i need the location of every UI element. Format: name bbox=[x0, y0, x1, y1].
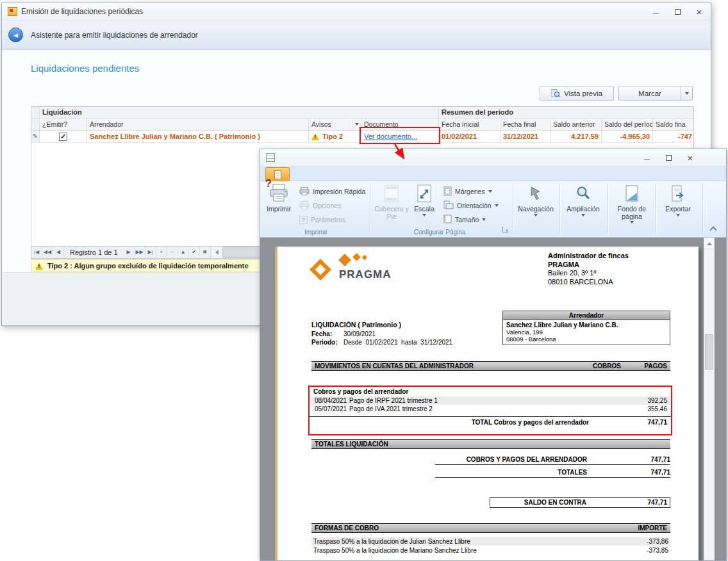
wizard-header: ◀ Asistente para emitir liquidaciones de… bbox=[2, 20, 711, 50]
col-header-fecha-final[interactable]: Fecha final bbox=[500, 118, 550, 130]
back-button[interactable]: ◀ bbox=[8, 28, 23, 42]
collapse-ribbon-button[interactable] bbox=[711, 224, 716, 235]
forma-cobro-row: Traspaso 50% a la liquidación de Julian … bbox=[311, 537, 670, 546]
company-addr2: 08010 BARCELONA bbox=[548, 278, 689, 287]
chevron-down-icon bbox=[534, 214, 538, 216]
marcar-dropdown-arrow[interactable] bbox=[681, 86, 692, 100]
pragma-logo: PRAGMA bbox=[310, 254, 426, 290]
nav-cancel-button[interactable]: ✖ bbox=[200, 247, 211, 258]
scroll-left-arrow-icon[interactable] bbox=[211, 247, 222, 258]
exportar-button[interactable]: Exportar bbox=[659, 182, 697, 228]
imprimir-button[interactable]: ? Imprimir bbox=[263, 182, 294, 228]
nav-next-button[interactable]: ▶ bbox=[124, 247, 135, 258]
minimize-button[interactable] bbox=[650, 7, 661, 17]
preview-minimize-button[interactable] bbox=[641, 153, 652, 163]
cobros-section-title: Cobros y pagos del arrendador bbox=[310, 387, 671, 396]
orientacion-button[interactable]: Orientación bbox=[442, 199, 508, 212]
nav-last-button[interactable]: ▶| bbox=[145, 247, 156, 258]
nav-delete-button[interactable]: − bbox=[167, 247, 178, 258]
group-header-liquidacion: Liquidación bbox=[40, 107, 439, 118]
nav-append-button[interactable]: + bbox=[156, 247, 167, 258]
navegacion-button[interactable]: Navegación bbox=[516, 182, 556, 228]
cell-avisos: ! Tipo 2 bbox=[309, 131, 361, 142]
group-caption-configurar: Configurar Página bbox=[370, 229, 509, 236]
emitir-checkbox[interactable]: ✓ bbox=[59, 133, 67, 141]
grid-group-header-row: Liquidación Resumen del período bbox=[31, 107, 693, 118]
nav-prev-button[interactable]: ◀ bbox=[53, 247, 64, 258]
arrendador-name: Sanchez Llibre Julian y Mariano C.B. bbox=[506, 321, 666, 329]
nav-next-page-button[interactable]: ▶▶ bbox=[135, 247, 145, 258]
main-window-title: Emisión de liquidaciones periódicas bbox=[21, 7, 143, 16]
report-icon bbox=[266, 153, 275, 162]
main-titlebar[interactable]: Emisión de liquidaciones periódicas × bbox=[2, 3, 711, 20]
vertical-scrollbar-thumb[interactable] bbox=[705, 334, 713, 370]
scroll-up-arrow-icon[interactable] bbox=[704, 238, 714, 249]
close-button[interactable]: × bbox=[693, 7, 705, 17]
ribbon-tab-row bbox=[260, 167, 726, 181]
arrendador-box: Arrendador Sanchez Llibre Julian y Maria… bbox=[502, 311, 670, 345]
nav-post-button[interactable]: ✔ bbox=[189, 247, 200, 258]
fondo-pagina-button[interactable]: Fondo de página bbox=[611, 182, 652, 228]
escala-button[interactable]: Escala bbox=[410, 182, 438, 228]
cabecera-pie-button[interactable]: Cabecera y Pie bbox=[374, 182, 409, 228]
record-counter: Registro 1 de 1 bbox=[64, 248, 124, 256]
col-header-emitir[interactable]: ¿Emitir? bbox=[40, 118, 87, 130]
movimiento-row: 08/04/2021 Pago de IRPF 2021 trimestre 1… bbox=[310, 396, 671, 405]
quick-print-icon bbox=[299, 187, 310, 197]
cell-saldo-anterior: 4.217,59 bbox=[550, 131, 602, 142]
marcar-button[interactable]: Marcar bbox=[618, 86, 693, 101]
col-header-arrendador[interactable]: Arrendador bbox=[87, 118, 309, 130]
totales-row: TOTALES 747,71 bbox=[435, 468, 670, 478]
export-icon bbox=[671, 183, 685, 204]
doc-title: LIQUIDACIÓN ( Patrimonio ) bbox=[311, 321, 401, 329]
col-header-fecha-inicial[interactable]: Fecha inicial bbox=[439, 118, 500, 130]
parametros-button[interactable]: ? Parámetros bbox=[297, 213, 369, 226]
ampliacion-button[interactable]: Ampliación bbox=[563, 182, 603, 228]
parameters-icon: ? bbox=[299, 216, 308, 224]
cell-saldo-periodo: -4.965,30 bbox=[602, 131, 653, 142]
maximize-button[interactable] bbox=[672, 7, 683, 17]
navigation-icon bbox=[528, 183, 543, 204]
company-line1: Administrador de fincas bbox=[548, 252, 689, 261]
doc-periodo-row: Periodo: Desde 01/02/2021 hasta 31/12/20… bbox=[311, 339, 452, 346]
warning-text: Tipo 2 : Algun grupo excluído de liquida… bbox=[47, 262, 249, 270]
col-header-avisos[interactable]: Avisos bbox=[309, 118, 361, 130]
dialog-launcher-icon[interactable] bbox=[502, 224, 508, 235]
chevron-up-icon bbox=[709, 226, 716, 233]
company-block: Administrador de fincas PRAGMA Bailen 20… bbox=[548, 252, 689, 286]
zoom-icon bbox=[575, 183, 591, 204]
total-cobros-row: TOTAL Cobros y pagos del arrendador 747,… bbox=[310, 416, 671, 427]
col-header-saldo-periodo[interactable]: Saldo del período bbox=[602, 118, 653, 130]
nav-edit-button[interactable]: ▲ bbox=[178, 247, 189, 258]
preview-magnifier-icon bbox=[551, 89, 560, 98]
marcar-label[interactable]: Marcar bbox=[619, 90, 681, 97]
margenes-button[interactable]: Márgenes bbox=[442, 185, 508, 198]
impresion-rapida-button[interactable]: Impresión Rápida bbox=[297, 185, 369, 198]
nav-prev-page-button[interactable]: ◀◀ bbox=[42, 247, 53, 258]
document-page: PRAGMA Administrador de fincas PRAGMA Ba… bbox=[275, 247, 699, 560]
group-header-resumen: Resumen del período bbox=[439, 107, 693, 118]
vista-previa-button[interactable]: Vista previa bbox=[540, 86, 614, 101]
chevron-down-icon bbox=[422, 214, 426, 216]
doc-fecha-row: Fecha: 30/09/2021 bbox=[311, 330, 376, 337]
col-header-saldo-anterior[interactable]: Saldo anterior bbox=[550, 118, 602, 130]
vertical-scrollbar[interactable] bbox=[704, 238, 715, 560]
preview-titlebar[interactable]: × bbox=[260, 149, 726, 167]
printer-question-icon: ? bbox=[268, 183, 290, 204]
back-arrow-icon: ◀ bbox=[13, 32, 18, 38]
annotation-red-box bbox=[360, 127, 440, 144]
tamano-button[interactable]: Tamaño bbox=[442, 213, 508, 226]
app-icon bbox=[8, 7, 17, 16]
col-header-saldo-final[interactable]: Saldo fina bbox=[653, 118, 693, 130]
section-title: Liquidaciones pendientes bbox=[31, 63, 139, 74]
preview-close-button[interactable]: × bbox=[684, 153, 696, 163]
row-edit-icon: ✎ bbox=[33, 131, 38, 142]
nav-first-button[interactable]: |◀ bbox=[31, 247, 42, 258]
chevron-down-icon bbox=[495, 204, 499, 207]
opciones-button[interactable]: Opciones bbox=[297, 199, 369, 212]
movimientos-header-bar: MOVIMIENTOS EN CUENTAS DEL ADMINISTRADOR… bbox=[311, 361, 670, 371]
scale-icon bbox=[416, 183, 433, 204]
horizontal-scrollbar-thumb[interactable] bbox=[222, 247, 262, 258]
cell-fecha-final: 31/12/2021 bbox=[500, 131, 550, 142]
preview-maximize-button[interactable] bbox=[663, 153, 674, 163]
